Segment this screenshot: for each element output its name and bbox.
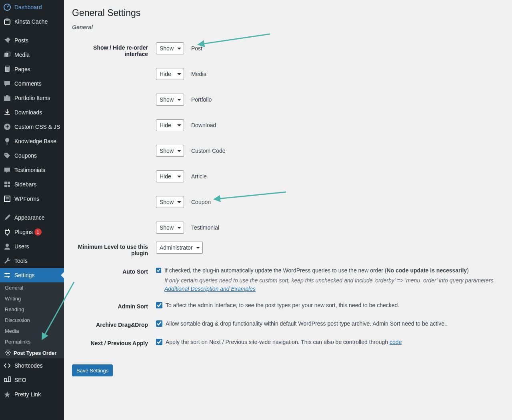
svg-rect-13 [4, 182, 7, 184]
sidebar-item-dashboard[interactable]: Dashboard [0, 0, 64, 14]
svg-point-25 [8, 276, 9, 278]
sidebar-item-coupons[interactable]: Coupons [0, 148, 64, 163]
sidebar-item-media[interactable]: Media [0, 48, 64, 62]
sidebar-item-plugins[interactable]: Plugins 1 [0, 225, 64, 239]
sidebar-item-comments[interactable]: Comments [0, 76, 64, 91]
minlevel-select[interactable]: Administrator [156, 242, 203, 254]
page-title: General Settings [72, 8, 504, 18]
media-icon [3, 51, 11, 59]
svg-point-26 [7, 352, 9, 354]
section-title: General [72, 24, 504, 30]
sliders-icon [3, 271, 11, 279]
sidebar-item-label: Knowledge Base [14, 138, 56, 144]
post-type-label: Post [191, 45, 202, 52]
sidebar-item-testimonials[interactable]: Testimonials [0, 163, 64, 177]
post-type-select[interactable]: ShowHide [156, 222, 184, 234]
sidebar-item-label: Portfolio Items [14, 95, 50, 101]
database-icon [3, 18, 11, 26]
post-type-select[interactable]: ShowHide [156, 119, 184, 131]
adminsort-checkbox[interactable] [156, 302, 162, 308]
post-type-label: Media [191, 71, 206, 77]
post-type-select[interactable]: ShowHide [156, 145, 184, 157]
sidebar-item-kinsta-cache[interactable]: Kinsta Cache [0, 14, 64, 29]
sidebar-item-label: Kinsta Cache [14, 18, 48, 25]
svg-point-10 [6, 154, 7, 155]
nextprev-code-link[interactable]: code [390, 339, 402, 345]
post-type-row: ShowHideCoupon [156, 196, 500, 208]
sidebar-item-settings[interactable]: Settings [0, 268, 64, 282]
svg-rect-11 [4, 168, 10, 172]
post-type-select[interactable]: ShowHide [156, 196, 184, 208]
submenu-label: Reading [5, 306, 24, 312]
submenu-label: Writing [5, 296, 21, 302]
submenu-item-post-types-order[interactable]: Post Types Order [0, 347, 64, 358]
submenu-item-general[interactable]: General [0, 282, 64, 293]
sidebar-item-sidebars[interactable]: Sidebars [0, 177, 64, 192]
sidebar-item-wpforms[interactable]: WPForms [0, 192, 64, 206]
download-icon [3, 108, 11, 116]
sidebar-item-pages[interactable]: Pages [0, 62, 64, 76]
sidebar-item-label: SEO [14, 377, 26, 383]
post-type-row: ShowHideMedia [156, 68, 500, 80]
sidebar-item-posts[interactable]: Posts [0, 33, 64, 48]
portfolio-icon [3, 94, 11, 102]
plugins-update-badge: 1 [34, 228, 42, 236]
post-type-label: Download [191, 122, 216, 128]
autosort-text: If checked, the plug-in automatically up… [164, 267, 469, 274]
save-button[interactable]: Save Settings [72, 364, 113, 376]
sidebar-item-shortcodes[interactable]: Shortcodes [0, 358, 64, 373]
sidebar-item-custom-css[interactable]: Custom CSS & JS [0, 120, 64, 134]
submenu-item-discussion[interactable]: Discussion [0, 315, 64, 326]
sidebar-item-seo[interactable]: SEO [0, 373, 64, 387]
post-type-label: Custom Code [191, 148, 226, 154]
nextprev-text: Apply the sort on Next / Previous site-w… [166, 338, 402, 346]
sidebar-item-label: Sidebars [14, 181, 36, 188]
nextprev-checkbox[interactable] [156, 339, 162, 345]
submenu-item-writing[interactable]: Writing [0, 293, 64, 304]
submenu-label: Discussion [5, 317, 30, 323]
sidebar-item-label: Pretty Link [14, 391, 41, 398]
svg-rect-7 [4, 96, 10, 101]
sidebar-item-knowledge-base[interactable]: Knowledge Base [0, 134, 64, 148]
grid-icon [3, 180, 11, 188]
svg-marker-12 [6, 172, 8, 173]
user-icon [3, 242, 11, 250]
sidebar-item-label: Testimonials [14, 167, 45, 173]
svg-rect-8 [6, 95, 8, 96]
brush-icon [3, 214, 11, 222]
sidebar-item-users[interactable]: Users [0, 239, 64, 254]
post-type-label: Article [191, 173, 207, 180]
autosort-checkbox[interactable] [156, 267, 161, 274]
plugin-icon [3, 228, 11, 236]
code-icon [3, 362, 11, 370]
autosort-examples-link[interactable]: Additional Description and Examples [164, 286, 256, 292]
sidebar-item-label: Comments [14, 80, 42, 87]
sidebar-item-label: Users [14, 243, 29, 250]
sidebar-item-label: Settings [14, 272, 35, 278]
form-icon [3, 195, 11, 203]
post-type-label: Portfolio [191, 96, 212, 103]
dragdrop-checkbox[interactable] [156, 320, 162, 327]
sidebar-item-appearance[interactable]: Appearance [0, 210, 64, 225]
post-type-select[interactable]: ShowHide [156, 42, 184, 54]
svg-point-23 [6, 273, 7, 274]
post-type-label: Testimonial [191, 224, 219, 231]
adminsort-text: To affect the admin interface, to see th… [166, 301, 399, 310]
submenu-item-reading[interactable]: Reading [0, 304, 64, 315]
reorder-label: Show / Hide re-order interface [72, 38, 152, 238]
svg-point-21 [6, 244, 9, 247]
post-type-select[interactable]: ShowHide [156, 170, 184, 182]
sidebar-item-pretty-link[interactable]: Pretty Link [0, 387, 64, 402]
plus-circle-icon [3, 123, 11, 131]
post-type-select[interactable]: ShowHide [156, 68, 184, 80]
submenu-item-media[interactable]: Media [0, 326, 64, 336]
main-content: General Settings General Show / Hide re-… [64, 0, 512, 420]
sidebar-item-label: Shortcodes [14, 362, 43, 369]
sidebar-item-tools[interactable]: Tools [0, 254, 64, 268]
submenu-item-permalinks[interactable]: Permalinks [0, 336, 64, 347]
sidebar-item-downloads[interactable]: Downloads [0, 105, 64, 120]
post-type-select[interactable]: ShowHide [156, 94, 184, 106]
sidebar-item-portfolio[interactable]: Portfolio Items [0, 91, 64, 105]
sidebar-item-label: Plugins [14, 229, 33, 235]
post-type-label: Coupon [191, 199, 211, 205]
